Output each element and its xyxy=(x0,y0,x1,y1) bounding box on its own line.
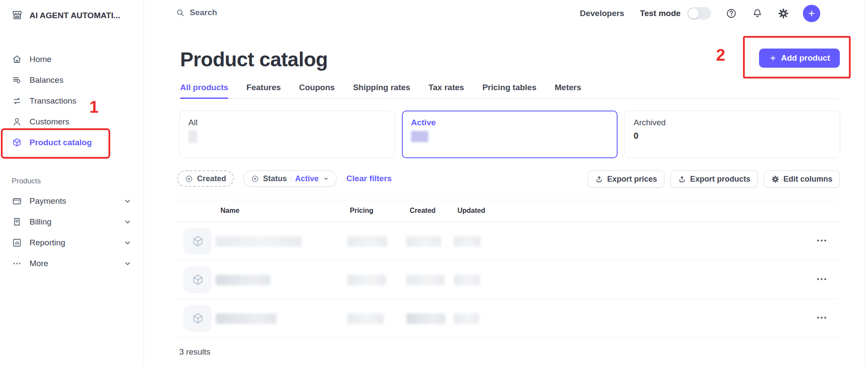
created-filter-chip[interactable]: Created xyxy=(177,170,234,187)
export-prices-button[interactable]: Export prices xyxy=(588,170,664,188)
redacted-value xyxy=(411,131,428,142)
customers-icon xyxy=(12,117,22,127)
sidebar-item-billing[interactable]: Billing xyxy=(0,212,144,232)
export-icon xyxy=(595,175,603,183)
column-header-pricing[interactable]: Pricing xyxy=(350,207,373,215)
column-header-created[interactable]: Created xyxy=(410,207,436,215)
sidebar-item-label: Balances xyxy=(30,75,63,85)
button-label: Edit columns xyxy=(783,175,832,184)
gear-icon xyxy=(778,8,789,19)
results-count: 3 results xyxy=(176,338,840,357)
tab-pricing-tables[interactable]: Pricing tables xyxy=(482,83,536,98)
sidebar-item-customers[interactable]: Customers xyxy=(0,111,144,132)
tab-all-products[interactable]: All products xyxy=(180,83,228,98)
column-header-name[interactable]: Name xyxy=(220,207,240,215)
redacted-pricing xyxy=(347,236,387,247)
tab-features[interactable]: Features xyxy=(247,83,281,98)
redacted-pricing xyxy=(347,275,386,285)
search-input[interactable]: Search xyxy=(176,8,217,17)
sidebar-item-label: More xyxy=(30,259,48,268)
cube-icon xyxy=(191,235,204,248)
export-products-button[interactable]: Export products xyxy=(671,170,758,188)
product-thumbnail xyxy=(184,228,212,254)
row-menu-button[interactable]: ••• xyxy=(817,275,828,283)
test-mode-toggle[interactable] xyxy=(687,7,711,20)
sidebar-item-home[interactable]: Home xyxy=(0,49,144,70)
card-all[interactable]: All xyxy=(179,111,395,158)
row-menu-button[interactable]: ••• xyxy=(817,314,828,321)
sidebar-item-product-catalog[interactable]: Product catalog xyxy=(0,132,144,153)
sidebar-item-transactions[interactable]: Transactions xyxy=(0,91,144,111)
sidebar-nav-products: Payments Billing Reporting More xyxy=(0,191,144,274)
edit-columns-button[interactable]: Edit columns xyxy=(764,170,840,188)
scrollbar-track-edge[interactable] xyxy=(864,0,865,365)
redacted-updated xyxy=(454,236,481,247)
circle-plus-icon xyxy=(185,175,193,183)
circle-x-icon[interactable] xyxy=(251,175,259,183)
table-row[interactable]: ••• xyxy=(176,299,840,338)
redacted-pricing xyxy=(347,313,384,324)
sidebar-item-payments[interactable]: Payments xyxy=(0,191,144,212)
chevron-down-icon[interactable] xyxy=(122,217,133,227)
sidebar-item-label: Payments xyxy=(30,196,66,206)
tab-shipping-rates[interactable]: Shipping rates xyxy=(353,83,410,98)
table-actions: Export prices Export products Edit colum… xyxy=(572,170,840,188)
help-icon xyxy=(726,8,737,19)
help-button[interactable] xyxy=(726,8,737,19)
card-label: Archived xyxy=(634,118,831,127)
sidebar: AI AGENT AUTOMATI... Home Balances Trans… xyxy=(0,0,144,365)
tab-coupons[interactable]: Coupons xyxy=(299,83,335,98)
tab-meters[interactable]: Meters xyxy=(555,83,581,98)
status-filter-value: Active xyxy=(295,174,319,183)
transactions-icon xyxy=(12,96,22,106)
more-icon xyxy=(12,258,22,269)
billing-icon xyxy=(12,217,22,227)
create-button[interactable] xyxy=(803,5,820,22)
products-table: Name Pricing Created Updated ••• ••• xyxy=(176,200,840,357)
stripe-dashboard: AI AGENT AUTOMATI... Home Balances Trans… xyxy=(0,0,868,365)
table-header: Name Pricing Created Updated xyxy=(176,200,840,222)
sidebar-item-balances[interactable]: Balances xyxy=(0,70,144,91)
redacted-created xyxy=(406,275,444,285)
settings-button[interactable] xyxy=(778,8,789,19)
notifications-button[interactable] xyxy=(752,8,763,19)
tab-tax-rates[interactable]: Tax rates xyxy=(428,83,464,98)
status-filter-chip[interactable]: Status Active xyxy=(243,170,337,187)
card-active[interactable]: Active xyxy=(402,111,618,158)
test-mode-label: Test mode xyxy=(640,9,681,18)
annotation-step-2: 2 xyxy=(716,46,725,65)
search-icon xyxy=(176,8,185,17)
row-menu-button[interactable]: ••• xyxy=(817,237,828,244)
cube-icon xyxy=(191,312,204,325)
add-product-button[interactable]: Add product xyxy=(759,49,840,68)
sidebar-item-reporting[interactable]: Reporting xyxy=(0,232,144,253)
card-value: 0 xyxy=(634,131,831,141)
developers-link[interactable]: Developers xyxy=(580,9,624,18)
table-row[interactable]: ••• xyxy=(176,261,840,299)
chevron-down-icon xyxy=(322,175,329,182)
reporting-icon xyxy=(12,238,22,248)
button-label: Export prices xyxy=(607,175,657,184)
chevron-down-icon[interactable] xyxy=(122,258,133,269)
card-archived[interactable]: Archived 0 xyxy=(625,111,840,158)
table-row[interactable]: ••• xyxy=(176,222,840,261)
redacted-updated xyxy=(454,275,480,285)
chevron-down-icon[interactable] xyxy=(122,238,133,248)
clear-filters-link[interactable]: Clear filters xyxy=(346,174,392,183)
storefront-icon xyxy=(11,10,23,21)
column-header-updated[interactable]: Updated xyxy=(457,207,485,215)
chip-divider xyxy=(291,174,291,183)
chevron-down-icon[interactable] xyxy=(122,196,133,206)
card-label: All xyxy=(188,118,386,127)
sidebar-section-products: Products xyxy=(12,177,41,186)
account-name: AI AGENT AUTOMATI... xyxy=(30,11,120,20)
redacted-created xyxy=(406,236,441,247)
sidebar-item-more[interactable]: More xyxy=(0,253,144,274)
search-placeholder: Search xyxy=(190,8,217,17)
account-switcher[interactable]: AI AGENT AUTOMATI... xyxy=(11,10,120,21)
add-product-label: Add product xyxy=(781,53,830,63)
plus-icon xyxy=(769,54,777,62)
redacted-updated xyxy=(454,313,479,324)
balances-icon xyxy=(12,75,22,85)
sidebar-item-label: Billing xyxy=(30,217,52,227)
